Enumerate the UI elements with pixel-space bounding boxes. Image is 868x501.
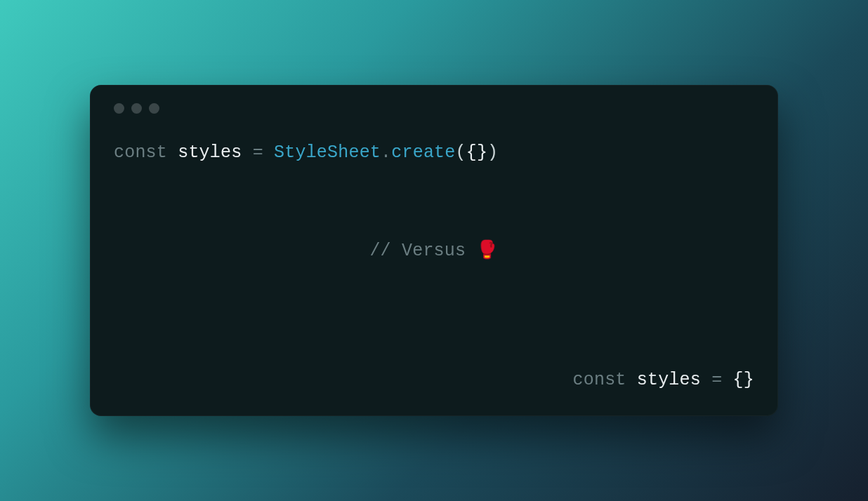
open-brace: { [466,142,477,163]
close-brace: } [477,142,487,163]
operator-equals: = [711,370,722,390]
close-icon[interactable] [114,103,124,114]
keyword-const: const [114,142,167,163]
class-stylesheet: StyleSheet [274,142,381,163]
minimize-icon[interactable] [131,103,142,114]
method-create: create [391,142,455,163]
operator-equals: = [253,142,263,163]
comment-line: // Versus 🥊 [114,239,754,263]
keyword-const: const [573,370,626,390]
code-line-3: const styles = {} [573,368,754,392]
dot-operator: . [381,142,391,163]
identifier-styles: styles [178,142,242,163]
close-paren: ) [487,142,498,163]
comment-slashes: // [369,241,390,261]
comment-text: Versus [402,241,466,261]
code-line-1: const styles = StyleSheet.create({}) [114,140,498,165]
boxing-glove-icon: 🥊 [476,241,498,261]
close-brace: } [744,370,754,390]
traffic-lights [114,103,754,114]
open-paren: ( [456,142,466,163]
identifier-styles: styles [637,370,701,390]
code-area: const styles = StyleSheet.create({}) // … [114,140,754,392]
maximize-icon[interactable] [149,103,159,114]
code-window: const styles = StyleSheet.create({}) // … [90,85,778,416]
open-brace: { [733,370,744,390]
